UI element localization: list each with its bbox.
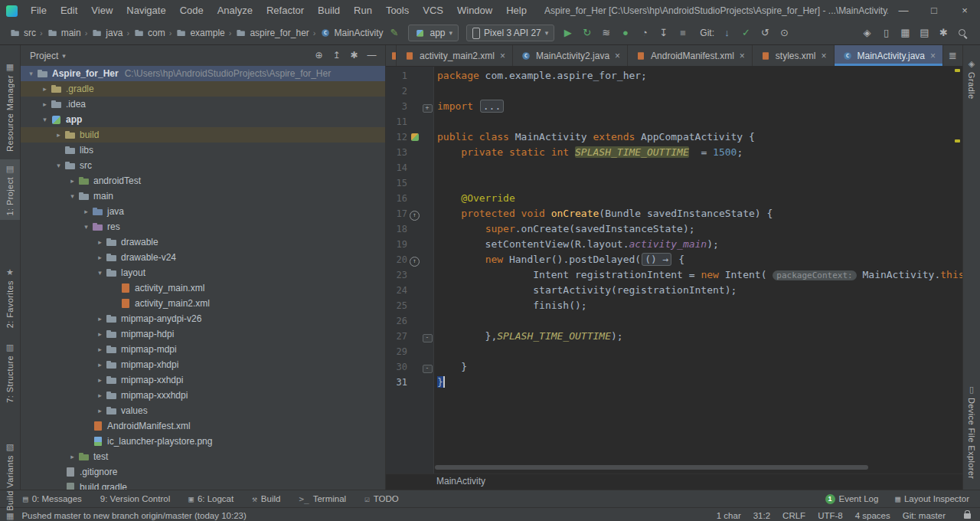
chevron-right-icon[interactable]: ▸ bbox=[67, 453, 78, 460]
tool-window-button-build[interactable]: ⚒Build bbox=[252, 494, 280, 504]
chevron-right-icon[interactable]: ▸ bbox=[53, 131, 64, 139]
overriding-method-icon[interactable]: ↑ bbox=[410, 211, 420, 221]
close-button[interactable]: × bbox=[949, 0, 980, 21]
tree-item-main[interactable]: ▾main bbox=[21, 188, 385, 204]
tree-item-mipmap-xxxhdpi[interactable]: ▸mipmap-xxxhdpi bbox=[21, 388, 385, 403]
breadcrumb-java[interactable]: java bbox=[90, 27, 124, 39]
breadcrumb-main[interactable]: main bbox=[45, 27, 83, 39]
menu-help[interactable]: Help bbox=[499, 0, 534, 21]
menu-edit[interactable]: Edit bbox=[54, 0, 84, 21]
tree-item-app[interactable]: ▾app bbox=[21, 112, 385, 127]
tool-window-button-event-log[interactable]: 1Event Log bbox=[825, 494, 879, 504]
tree-item-androidmanifest-xml[interactable]: AndroidManifest.xml bbox=[21, 418, 385, 434]
tree-item-values[interactable]: ▸values bbox=[21, 403, 385, 418]
chevron-down-icon[interactable]: ▾ bbox=[67, 192, 78, 200]
horizontal-scrollbar[interactable] bbox=[435, 465, 868, 470]
fold-marker[interactable]: - bbox=[423, 365, 433, 373]
tree-item-drawable-v24[interactable]: ▸drawable-v24 bbox=[21, 250, 385, 265]
git-rollback-icon[interactable]: ↺ bbox=[756, 22, 775, 44]
tool-windows-toggle-icon[interactable]: ▦ bbox=[6, 511, 14, 521]
chevron-right-icon[interactable]: ▸ bbox=[94, 361, 106, 369]
tool-button-device-file-explorer[interactable]: ▯Device File Explorer bbox=[963, 380, 980, 483]
search-everywhere-icon[interactable] bbox=[953, 22, 972, 44]
maximize-button[interactable]: □ bbox=[919, 0, 949, 21]
tree-item-java[interactable]: ▸java bbox=[21, 204, 385, 219]
chevron-right-icon[interactable]: ▸ bbox=[94, 330, 106, 338]
close-tab-icon[interactable]: × bbox=[500, 51, 505, 61]
apply-code-changes-icon[interactable]: ≋ bbox=[596, 22, 616, 44]
chevron-right-icon[interactable]: ▸ bbox=[94, 392, 106, 399]
status-git-master[interactable]: Git: master bbox=[903, 511, 946, 520]
status-1-char[interactable]: 1 char bbox=[717, 511, 741, 520]
device-manager-icon[interactable]: ▯ bbox=[877, 22, 896, 44]
menu-run[interactable]: Run bbox=[347, 0, 379, 21]
run-button[interactable]: ▶ bbox=[558, 22, 577, 44]
tool-window-button-layout-inspector[interactable]: ▦Layout Inspector bbox=[895, 494, 969, 504]
chevron-down-icon[interactable]: ▾ bbox=[80, 223, 92, 231]
git-commit-icon[interactable]: ✓ bbox=[737, 22, 756, 44]
menu-file[interactable]: File bbox=[24, 0, 54, 21]
git-history-icon[interactable]: ⊙ bbox=[775, 22, 794, 44]
breadcrumb-example[interactable]: example bbox=[174, 27, 226, 39]
tool-button-7-structure[interactable]: ▥7: Structure bbox=[0, 338, 20, 408]
menu-navigate[interactable]: Navigate bbox=[119, 0, 172, 21]
lock-icon[interactable] bbox=[964, 513, 971, 519]
tree-item-src[interactable]: ▾src bbox=[21, 158, 385, 173]
attach-debugger-icon[interactable]: ↧ bbox=[654, 22, 673, 44]
tool-window-button-9-version-control[interactable]: 9: Version Control bbox=[100, 494, 170, 504]
chevron-right-icon[interactable]: ▸ bbox=[94, 407, 106, 415]
hide-panel-icon[interactable]: — bbox=[363, 45, 381, 66]
tab-mainactivity-java[interactable]: MainActivity.java× bbox=[835, 45, 944, 66]
tool-window-button-6-logcat[interactable]: ▣6: Logcat bbox=[188, 494, 234, 504]
tool-window-button-0-messages[interactable]: ▤0: Messages bbox=[23, 494, 82, 504]
menu-vcs[interactable]: VCS bbox=[416, 0, 450, 21]
tool-button-resource-manager[interactable]: ▦Resource Manager bbox=[0, 57, 20, 156]
tree-item-mipmap-xhdpi[interactable]: ▸mipmap-xhdpi bbox=[21, 357, 385, 372]
apply-changes-icon[interactable]: ↻ bbox=[577, 22, 596, 44]
tree-item-res[interactable]: ▾res bbox=[21, 219, 385, 234]
tree-item-idea[interactable]: ▸.idea bbox=[21, 97, 385, 112]
tab-mainactivity2-java[interactable]: MainActivity2.java× bbox=[513, 45, 628, 66]
tool-button-gradle[interactable]: ◈Gradle bbox=[963, 54, 980, 103]
error-stripe[interactable] bbox=[953, 67, 962, 473]
menu-code[interactable]: Code bbox=[173, 0, 211, 21]
fold-marker[interactable]: + bbox=[423, 104, 433, 113]
tab-androidmanifest-xml[interactable]: AndroidManifest.xml× bbox=[628, 45, 753, 66]
chevron-right-icon[interactable]: ▸ bbox=[94, 376, 106, 384]
overriding-method-icon[interactable]: ↑ bbox=[410, 257, 420, 267]
breadcrumb-com[interactable]: com bbox=[132, 27, 167, 39]
chevron-right-icon[interactable]: ▸ bbox=[94, 254, 106, 261]
stop-icon[interactable]: ■ bbox=[673, 22, 692, 44]
close-tab-icon[interactable]: × bbox=[740, 51, 745, 61]
tree-item-gradle[interactable]: ▸.gradle bbox=[21, 81, 385, 97]
tab-styles-xml[interactable]: styles.xml× bbox=[753, 45, 835, 66]
run-config-selector[interactable]: app ▾ bbox=[408, 25, 459, 41]
chevron-right-icon[interactable]: ▸ bbox=[39, 100, 51, 108]
chevron-right-icon[interactable]: ▸ bbox=[94, 315, 106, 323]
chevron-right-icon[interactable]: ▸ bbox=[67, 177, 78, 185]
warning-mark[interactable] bbox=[955, 139, 960, 143]
profiler-icon[interactable]: ◔ bbox=[635, 22, 654, 44]
breadcrumb-mainactivity[interactable]: MainActivity bbox=[318, 27, 384, 39]
status-4-spaces[interactable]: 4 spaces bbox=[855, 511, 890, 520]
tab-xml[interactable]: xml× bbox=[386, 45, 397, 66]
status-utf-8[interactable]: UTF-8 bbox=[818, 511, 843, 520]
sdk-manager-icon[interactable]: ▤ bbox=[915, 22, 934, 44]
git-update-icon[interactable]: ↓ bbox=[717, 22, 737, 44]
minimize-button[interactable]: — bbox=[888, 0, 919, 21]
tree-item-drawable[interactable]: ▸drawable bbox=[21, 234, 385, 250]
project-panel-title[interactable]: Project bbox=[30, 51, 58, 61]
tool-button-1-project[interactable]: ▤1: Project bbox=[0, 159, 20, 220]
class-gutter-icon[interactable] bbox=[411, 133, 419, 141]
tree-item-androidtest[interactable]: ▸androidTest bbox=[21, 173, 385, 188]
settings-gear-icon[interactable]: ✱ bbox=[934, 22, 953, 44]
gradle-elephant-icon[interactable]: ◈ bbox=[858, 22, 877, 44]
tree-item-ic-launcher-playstore-png[interactable]: ic_launcher-playstore.png bbox=[21, 434, 385, 449]
menu-refactor[interactable]: Refactor bbox=[260, 0, 311, 21]
tree-item-test[interactable]: ▸test bbox=[21, 449, 385, 464]
tree-item-activity-main-xml[interactable]: activity_main.xml bbox=[21, 280, 385, 296]
chevron-right-icon[interactable]: ▸ bbox=[80, 208, 92, 215]
tool-window-button-todo[interactable]: ☑TODO bbox=[364, 494, 399, 504]
tool-button-2-favorites[interactable]: ★2: Favorites bbox=[0, 263, 20, 333]
tree-item-activity-main2-xml[interactable]: activity_main2.xml bbox=[21, 296, 385, 311]
